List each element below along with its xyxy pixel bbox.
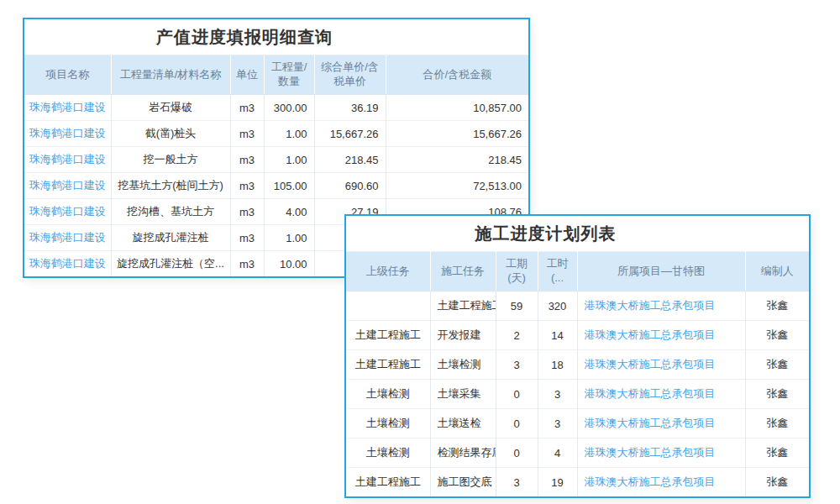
table-cell: 港珠澳大桥施工总承包项目	[577, 409, 745, 438]
table-cell: 4	[538, 438, 577, 468]
table-row: 珠海鹤港口建设挖基坑土方(桩间土方)m3105.00690.6072,513.0…	[24, 173, 528, 199]
table-cell: m3	[230, 251, 264, 277]
table-cell: 珠海鹤港口建设	[24, 147, 111, 173]
project-name-link[interactable]: 珠海鹤港口建设	[29, 101, 106, 113]
column-header: 工程量清单/材料名称	[111, 55, 230, 95]
table-cell: 14	[538, 321, 577, 350]
table-cell: 挖基坑土方(桩间土方)	[111, 173, 230, 199]
table-cell: 张鑫	[745, 468, 809, 497]
table-row: 土壤检测土壤送检03港珠澳大桥施工总承包项目张鑫	[346, 409, 809, 438]
table-row: 珠海鹤港口建设岩石爆破m3300.0036.1910,857.00	[24, 95, 528, 121]
column-header: 工期 (天)	[496, 252, 538, 291]
gantt-project-link[interactable]: 港珠澳大桥施工总承包项目	[585, 358, 716, 370]
table-cell: 10,857.00	[386, 95, 528, 121]
table-cell: 3	[538, 409, 577, 438]
table-cell: 218.45	[314, 147, 386, 173]
table-cell: 开发报建	[430, 321, 496, 350]
header-row: 项目名称工程量清单/材料名称单位工程量/ 数量综合单价/含 税单价合价/含税金额	[24, 55, 528, 95]
table-cell: 港珠澳大桥施工总承包项目	[577, 438, 745, 468]
table-cell: 港珠澳大桥施工总承包项目	[577, 468, 745, 497]
gantt-project-link[interactable]: 港珠澳大桥施工总承包项目	[585, 446, 716, 459]
table-cell: 218.45	[386, 147, 528, 173]
table-cell: 15,667.26	[314, 121, 386, 147]
table-cell: 挖沟槽、基坑土方	[111, 199, 230, 225]
table-cell: 珠海鹤港口建设	[24, 251, 111, 277]
table-cell: 土建工程施工	[346, 321, 430, 350]
table-cell: 珠海鹤港口建设	[24, 95, 111, 121]
table-cell: 3	[538, 380, 577, 409]
project-name-link[interactable]: 珠海鹤港口建设	[29, 205, 106, 218]
table-cell: 10.00	[264, 251, 314, 277]
table-cell: m3	[230, 199, 264, 225]
table-row: 珠海鹤港口建设截(凿)桩头m31.0015,667.2615,667.26	[24, 121, 528, 147]
table-cell: 19	[538, 468, 577, 497]
table-cell: 105.00	[264, 173, 314, 199]
table-cell: 港珠澳大桥施工总承包项目	[577, 291, 745, 321]
project-name-link[interactable]: 珠海鹤港口建设	[29, 127, 106, 139]
table-cell: 土壤送检	[430, 409, 496, 438]
column-header: 所属项目—甘特图	[577, 252, 745, 291]
table-cell: 3	[496, 350, 538, 380]
table-cell: 珠海鹤港口建设	[24, 173, 111, 199]
table-row: 土建工程施工土壤检测318港珠澳大桥施工总承包项目张鑫	[346, 350, 809, 380]
gantt-project-link[interactable]: 港珠澳大桥施工总承包项目	[585, 328, 716, 341]
table-cell: 张鑫	[745, 380, 809, 409]
table-cell: 36.19	[314, 95, 386, 121]
table-cell: m3	[230, 173, 264, 199]
table-cell: 旋挖成孔灌注桩（空...	[111, 251, 230, 277]
table-cell: 2	[496, 321, 538, 350]
table-cell: 土建工程施工	[346, 468, 430, 497]
project-name-link[interactable]: 珠海鹤港口建设	[29, 179, 106, 192]
column-header: 单位	[230, 55, 264, 95]
page-background: 产值进度填报明细查询 项目名称工程量清单/材料名称单位工程量/ 数量综合单价/含…	[0, 0, 840, 504]
table-cell: 土壤检测	[430, 350, 496, 380]
table-row: 土建工程施工施工图交底319港珠澳大桥施工总承包项目张鑫	[346, 468, 809, 497]
table-cell: 土壤检测	[346, 409, 430, 438]
gantt-project-link[interactable]: 港珠澳大桥施工总承包项目	[585, 387, 716, 400]
table-body: 土建工程施工59320港珠澳大桥施工总承包项目张鑫土建工程施工开发报建214港珠…	[346, 291, 809, 497]
table-cell: 港珠澳大桥施工总承包项目	[577, 350, 745, 380]
table-cell: 挖一般土方	[111, 147, 230, 173]
table-cell: m3	[230, 225, 264, 251]
table-cell: 张鑫	[745, 291, 809, 321]
project-name-link[interactable]: 珠海鹤港口建设	[29, 257, 106, 270]
table-cell: 690.60	[314, 173, 386, 199]
table-header: 上级任务施工任务工期 (天)工时 (...所属项目—甘特图编制人	[346, 252, 809, 291]
table-cell: 59	[496, 291, 538, 321]
gantt-project-link[interactable]: 港珠澳大桥施工总承包项目	[585, 417, 716, 429]
construction-schedule-table: 上级任务施工任务工期 (天)工时 (...所属项目—甘特图编制人 土建工程施工5…	[346, 251, 809, 496]
table-cell: 旋挖成孔灌注桩	[111, 225, 230, 251]
table-cell: m3	[230, 121, 264, 147]
column-header: 工程量/ 数量	[264, 55, 314, 95]
table-cell: 港珠澳大桥施工总承包项目	[577, 380, 745, 409]
table-cell: 土壤检测	[346, 438, 430, 468]
gantt-project-link[interactable]: 港珠澳大桥施工总承包项目	[585, 299, 716, 312]
header-row: 上级任务施工任务工期 (天)工时 (...所属项目—甘特图编制人	[346, 252, 809, 291]
table-cell: 1.00	[264, 147, 314, 173]
table-cell: 300.00	[264, 95, 314, 121]
construction-schedule-panel: 施工进度计划列表 上级任务施工任务工期 (天)工时 (...所属项目—甘特图编制…	[344, 214, 811, 498]
table-cell: 土壤检测	[346, 380, 430, 409]
table-cell: 土壤采集	[430, 380, 496, 409]
project-name-link[interactable]: 珠海鹤港口建设	[29, 153, 106, 165]
table-cell: 1.00	[264, 225, 314, 251]
table-cell: 检测结果存底	[430, 438, 496, 468]
table-cell: 3	[496, 468, 538, 497]
gantt-project-link[interactable]: 港珠澳大桥施工总承包项目	[585, 475, 716, 488]
table-cell: 土建工程施工	[430, 291, 496, 321]
table-row: 土建工程施工59320港珠澳大桥施工总承包项目张鑫	[346, 291, 809, 321]
table-row: 珠海鹤港口建设挖一般土方m31.00218.45218.45	[24, 147, 528, 173]
table-cell: 1.00	[264, 121, 314, 147]
column-header: 编制人	[745, 252, 809, 291]
table-cell: 张鑫	[745, 350, 809, 380]
table-cell: 截(凿)桩头	[111, 121, 230, 147]
column-header: 施工任务	[430, 252, 496, 291]
table-cell: 4.00	[264, 199, 314, 225]
table-cell: 张鑫	[745, 438, 809, 468]
column-header: 合价/含税金额	[386, 55, 528, 95]
table-cell: m3	[230, 95, 264, 121]
table-cell: 72,513.00	[386, 173, 528, 199]
table-cell: 18	[538, 350, 577, 380]
table-cell: 珠海鹤港口建设	[24, 225, 111, 251]
project-name-link[interactable]: 珠海鹤港口建设	[29, 231, 106, 244]
